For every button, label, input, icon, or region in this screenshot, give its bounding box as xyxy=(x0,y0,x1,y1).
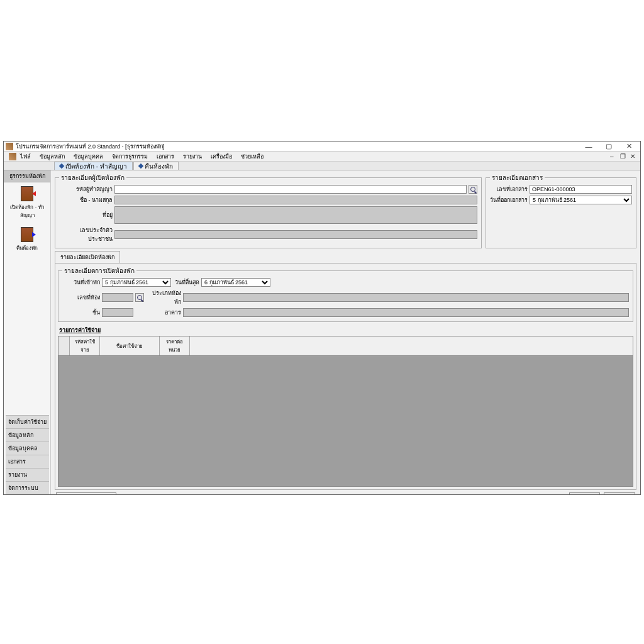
label-floor: ชั้น xyxy=(62,308,100,317)
contract-code-input[interactable] xyxy=(114,185,467,194)
menubar: ไฟล์ ข้อมูลหลัก ข้อมูลบุคคล จัดการธุรกรร… xyxy=(4,152,640,162)
expense-title: รายการค่าใช้จ่าย xyxy=(59,326,633,335)
sidebar-item-return-room[interactable]: คืนห้องพัก xyxy=(16,227,38,252)
sidebar-content: เปิดห้องพัก - ทำสัญญา คืนห้องพัก จัดเก็บ… xyxy=(4,182,50,494)
docno-input[interactable] xyxy=(530,185,632,194)
top-panels: รายละเอียดผู้เปิดห้องพัก รหัสผู้ทำสัญญา … xyxy=(55,173,636,248)
cancel-button[interactable]: ยกเลิก xyxy=(604,492,635,494)
building-input xyxy=(183,308,629,317)
room-open-panel: รายละเอียดเปิดห้องพัก รายละเอียดการเปิดห… xyxy=(55,251,636,490)
diamond-icon xyxy=(138,164,143,169)
label-address: ที่อยู่ xyxy=(59,211,113,219)
label-docdate: วันที่ออกเอกสาร xyxy=(490,196,528,204)
roomno-input xyxy=(102,293,133,302)
label-checkin: วันที่เข้าพัก xyxy=(62,278,100,287)
search-contract-button[interactable] xyxy=(469,185,477,194)
sidebar-documents[interactable]: เอกสาร xyxy=(6,455,49,468)
grid-header: รหัสค่าใช้จ่าย ชื่อค่าใช้จ่าย ราคาต่อหน่… xyxy=(58,336,633,356)
docdate-select[interactable]: 5 กุมภาพันธ์ 2561 xyxy=(530,196,632,204)
floor-input xyxy=(102,308,133,317)
panel-legend: รายละเอียดผู้เปิดห้องพัก xyxy=(59,173,126,182)
sidebar-expense[interactable]: จัดเก็บค่าใช้จ่าย xyxy=(6,415,49,428)
sidebar-bottom: จัดเก็บค่าใช้จ่าย ข้อมูลหลัก ข้อมูลบุคคล… xyxy=(6,415,49,494)
label-endday: วันที่สิ้นสุด xyxy=(173,278,199,287)
maximize-button[interactable]: ▢ xyxy=(599,142,618,151)
inner-tab-room-details[interactable]: รายละเอียดเปิดห้องพัก xyxy=(55,251,120,263)
expense-grid[interactable]: รหัสค่าใช้จ่าย ชื่อค่าใช้จ่าย ราคาต่อหน่… xyxy=(58,336,633,487)
label-docno: เลขที่เอกสาร xyxy=(490,185,528,194)
search-icon xyxy=(470,187,475,192)
window-controls: — ▢ ✕ xyxy=(579,142,638,151)
menu-file[interactable]: ไฟล์ xyxy=(16,151,35,162)
mdi-controls: – ❐ ✕ xyxy=(610,153,638,160)
address-textarea xyxy=(114,206,477,224)
sidebar-person[interactable]: ข้อมูลบุคคล xyxy=(6,441,49,455)
menu-transaction[interactable]: จัดการธุรกรรม xyxy=(108,151,152,162)
roomtype-input xyxy=(183,293,629,302)
label-roomtype: ประเภทห้องพัก xyxy=(146,289,181,306)
label-building: อาคาร xyxy=(146,308,181,317)
mdi-restore[interactable]: ❐ xyxy=(620,153,628,160)
label-roomno: เลขที่ห้อง xyxy=(62,293,100,302)
door-in-icon xyxy=(19,186,35,201)
menu-report[interactable]: รายงาน xyxy=(179,151,206,162)
col-name[interactable]: ชื่อค่าใช้จ่าย xyxy=(100,336,160,355)
main-window: โปรแกรมจัดการอพาร์ทเมนท์ 2.0 Standard - … xyxy=(3,141,641,495)
sidebar-master[interactable]: ข้อมูลหลัก xyxy=(6,428,49,441)
window-title: โปรแกรมจัดการอพาร์ทเมนท์ 2.0 Standard - … xyxy=(16,142,579,151)
search-icon xyxy=(137,295,142,300)
name-input xyxy=(114,196,477,204)
sidebar-label: คืนห้องพัก xyxy=(16,244,38,252)
sidebar-system[interactable]: จัดการระบบ xyxy=(6,481,49,494)
menu-person[interactable]: ข้อมูลบุคคล xyxy=(70,151,107,162)
tenant-details-panel: รายละเอียดผู้เปิดห้องพัก รหัสผู้ทำสัญญา … xyxy=(55,173,482,248)
menu-tools[interactable]: เครื่องมือ xyxy=(207,151,236,162)
room-open-fieldset: รายละเอียดการเปิดห้องพัก วันที่เข้าพัก 5… xyxy=(58,266,633,322)
sidebar-header: ธุรกรรมห้องพัก xyxy=(4,170,50,182)
col-price[interactable]: ราคาต่อหน่วย xyxy=(160,336,190,355)
mdi-minimize[interactable]: – xyxy=(610,153,618,160)
sidebar: ธุรกรรมห้องพัก เปิดห้องพัก - ทำสัญญา คืน… xyxy=(4,170,51,494)
bottom-bar: พิมพ์หนังสือสัญญา พิมพ์เอกสาร - เปิดห้อง… xyxy=(55,490,636,494)
print-document-checkbox[interactable]: พิมพ์เอกสาร - เปิดห้องพัก xyxy=(487,494,565,495)
save-button[interactable]: บันทึก xyxy=(569,492,600,494)
menu-help[interactable]: ช่วยเหลือ xyxy=(237,151,267,162)
tab-return-room[interactable]: คืนห้องพัก xyxy=(133,162,179,170)
checkin-date-select[interactable]: 5 กุมภาพันธ์ 2561 xyxy=(102,278,171,287)
sidebar-item-open-room[interactable]: เปิดห้องพัก - ทำสัญญา xyxy=(4,186,50,219)
row-selector-header xyxy=(58,336,70,355)
sidebar-label: เปิดห้องพัก - ทำสัญญา xyxy=(4,203,50,219)
panel-legend: รายละเอียดเอกสาร xyxy=(490,173,545,182)
menu-document[interactable]: เอกสาร xyxy=(153,151,178,162)
app-icon xyxy=(6,143,13,150)
search-room-button[interactable] xyxy=(135,293,144,302)
enddate-select[interactable]: 6 กุมภาพันธ์ 2561 xyxy=(201,278,270,287)
mdi-close[interactable]: ✕ xyxy=(630,153,638,160)
label-idcard: เลขประจำตัวประชาชน xyxy=(59,226,113,243)
label-name: ชื่อ - นามสกุล xyxy=(59,196,113,204)
panel-legend: รายละเอียดการเปิดห้องพัก xyxy=(62,266,136,275)
content-area: รายละเอียดผู้เปิดห้องพัก รหัสผู้ทำสัญญา … xyxy=(51,170,640,494)
idcard-input xyxy=(114,230,477,239)
menubar-icon xyxy=(9,153,16,160)
label-contract-code: รหัสผู้ทำสัญญา xyxy=(59,185,113,194)
tab-strip: เปิดห้องพัก - ทำสัญญา คืนห้องพัก xyxy=(4,162,640,170)
print-contract-button: พิมพ์หนังสือสัญญา xyxy=(56,492,116,494)
tab-open-room[interactable]: เปิดห้องพัก - ทำสัญญา xyxy=(54,162,133,170)
print-check-input[interactable] xyxy=(487,494,496,495)
sidebar-reports[interactable]: รายงาน xyxy=(6,468,49,481)
main-area: ธุรกรรมห้องพัก เปิดห้องพัก - ทำสัญญา คืน… xyxy=(4,170,640,494)
document-details-panel: รายละเอียดเอกสาร เลขที่เอกสาร วันที่ออกเ… xyxy=(486,173,636,248)
minimize-button[interactable]: — xyxy=(579,142,598,151)
door-out-icon xyxy=(19,227,35,242)
col-code[interactable]: รหัสค่าใช้จ่าย xyxy=(70,336,100,355)
menu-master[interactable]: ข้อมูลหลัก xyxy=(36,151,69,162)
diamond-icon xyxy=(59,164,64,169)
close-button[interactable]: ✕ xyxy=(619,142,638,151)
